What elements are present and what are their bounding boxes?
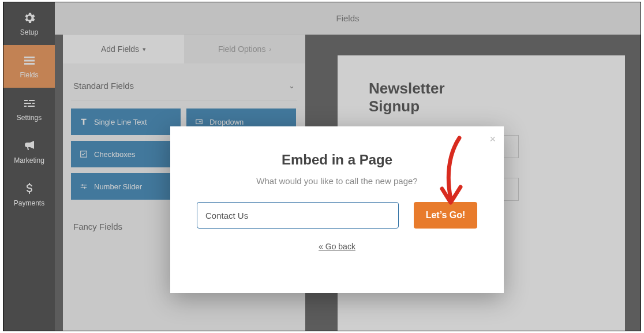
go-label: Let’s Go! bbox=[426, 210, 466, 220]
lets-go-button[interactable]: Let’s Go! bbox=[414, 202, 477, 229]
back-label: « Go back bbox=[319, 242, 355, 251]
close-icon[interactable]: × bbox=[489, 133, 496, 145]
embed-modal: × Embed in a Page What would you like to… bbox=[170, 126, 504, 293]
modal-subtitle: What would you like to call the new page… bbox=[190, 176, 484, 186]
go-back-link[interactable]: « Go back bbox=[319, 242, 355, 251]
page-name-input[interactable] bbox=[197, 202, 399, 229]
modal-title: Embed in a Page bbox=[190, 152, 484, 168]
